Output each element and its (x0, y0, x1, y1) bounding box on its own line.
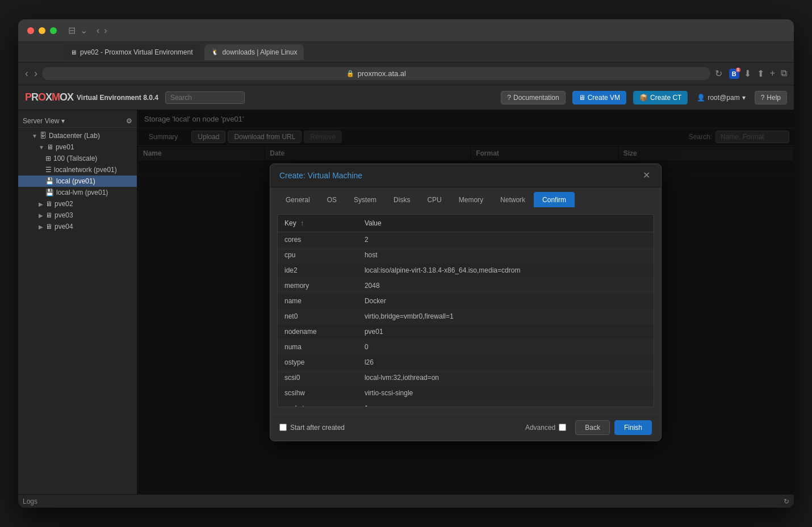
config-key-cell: ostype (278, 354, 358, 370)
chevron-down-icon[interactable]: ⌄ (80, 25, 87, 36)
share-icon[interactable]: ⬆ (757, 68, 764, 79)
server-icon: 🖥 (47, 143, 53, 151)
bitwarden-icon[interactable]: B 1 (729, 69, 739, 79)
tab-system[interactable]: System (345, 192, 385, 207)
server-icon: 🖥 (45, 200, 52, 208)
config-table-row[interactable]: scsi0local-lvm:32,iothread=on (278, 370, 654, 385)
config-value-cell: 2048 (358, 278, 654, 293)
config-table-row[interactable]: sockets1 (278, 400, 654, 407)
config-table-row[interactable]: nameDocker (278, 293, 654, 308)
config-table-row[interactable]: cpuhost (278, 247, 654, 262)
config-table-row[interactable]: ostypel26 (278, 354, 654, 370)
url-bar[interactable]: 🔒 proxmox.ata.al (42, 67, 710, 80)
sidebar-item-pve03-label: pve03 (55, 211, 73, 219)
tab-os[interactable]: OS (319, 192, 345, 207)
help-button[interactable]: ? Help (755, 91, 787, 104)
modal-body: Key ↑ Value (270, 207, 661, 414)
modal-close-button[interactable]: ✕ (641, 170, 652, 181)
start-after-created-checkbox[interactable]: Start after created (279, 424, 345, 432)
help-icon: ? (761, 94, 765, 102)
title-bar: ⊟ ⌄ ‹ › (18, 19, 794, 42)
window-chrome: ⊟ ⌄ ‹ › 🖥 pve02 - Proxmox Virtual Enviro… (18, 19, 794, 508)
start-checkbox-label: Start after created (290, 424, 345, 432)
lvm-storage-icon: 💾 (45, 189, 54, 196)
sidebar-item-pve03[interactable]: ▶ 🖥 pve03 (18, 210, 137, 221)
proxmox-version: Virtual Environment 8.0.4 (77, 94, 158, 102)
back-icon[interactable]: ‹ (97, 26, 99, 36)
tab-network-label: Network (500, 196, 525, 204)
col-key[interactable]: Key ↑ (278, 215, 358, 232)
sidebar-toggle-icon[interactable]: ⊟ (68, 25, 76, 36)
create-vm-button[interactable]: 🖥 Create VM (572, 91, 626, 104)
user-menu[interactable]: 👤 root@pam ▾ (697, 94, 745, 102)
create-vm-modal: Create: Virtual Machine ✕ General OS (270, 164, 662, 441)
back-nav-icon[interactable]: ‹ (25, 68, 28, 80)
create-vm-icon: 🖥 (579, 94, 585, 102)
tab-system-label: System (354, 196, 376, 204)
global-search-input[interactable] (165, 91, 245, 104)
reload-icon[interactable]: ↻ (715, 68, 722, 79)
col-value[interactable]: Value (358, 215, 654, 232)
proxmox-tab-icon: 🖥 (70, 49, 77, 56)
sidebar-toolbar: Server View ▾ ⚙ (18, 115, 137, 128)
browser-tab-alpine[interactable]: 🐧 downloads | Alpine Linux (204, 44, 304, 60)
back-button[interactable]: Back (575, 420, 610, 435)
sidebar-dropdown-icon[interactable]: ▾ (61, 117, 65, 125)
tab-disks[interactable]: Disks (385, 192, 418, 207)
tab-cpu[interactable]: CPU (418, 192, 450, 207)
tab-general[interactable]: General (277, 192, 319, 207)
server-icon: 🖥 (45, 211, 52, 219)
tabs-icon[interactable]: ⧉ (781, 68, 787, 79)
tab-confirm[interactable]: Confirm (534, 192, 575, 207)
proxmox-app: PROXMOX Virtual Environment 8.0.4 ? Docu… (18, 85, 794, 508)
download-icon[interactable]: ⬇ (744, 68, 751, 79)
tab-cpu-label: CPU (427, 196, 441, 204)
logo-ox: OX (60, 91, 73, 103)
sidebar-item-pve01[interactable]: ▼ 🖥 pve01 (18, 141, 137, 153)
advanced-checkbox[interactable] (559, 424, 566, 431)
config-table-row[interactable]: memory2048 (278, 278, 654, 293)
minimize-button[interactable] (39, 27, 45, 34)
config-value-cell: local:iso/alpine-virt-3.18.4-x86_64.iso,… (358, 262, 654, 278)
maximize-button[interactable] (50, 27, 57, 34)
config-value-cell: 0 (358, 339, 654, 354)
modal-title-main: Virtual Machine (308, 171, 362, 180)
tab-memory[interactable]: Memory (450, 192, 492, 207)
browser-tab-proxmox[interactable]: 🖥 pve02 - Proxmox Virtual Environment (64, 44, 200, 60)
tab-network[interactable]: Network (492, 192, 534, 207)
sidebar-item-tailscale[interactable]: ⊞ 100 (Tailscale) (18, 153, 137, 164)
forward-nav-icon[interactable]: › (34, 68, 37, 80)
start-checkbox-input[interactable] (279, 424, 287, 431)
sidebar: Server View ▾ ⚙ ▼ 🗄 Datacenter (Lab) ▼ 🖥… (18, 110, 137, 494)
modal-header: Create: Virtual Machine ✕ (270, 164, 661, 187)
config-table-row[interactable]: scsihwvirtio-scsi-single (278, 385, 654, 400)
modal-tabs: General OS System Disks (270, 187, 661, 207)
sidebar-item-pve02[interactable]: ▶ 🖥 pve02 (18, 198, 137, 210)
sidebar-item-pve04-label: pve04 (55, 223, 73, 231)
omnibar-right-icons: ↻ (715, 68, 722, 79)
window-controls: ⊟ ⌄ (68, 25, 87, 36)
modal-footer: Start after created Advanced Back (270, 414, 661, 441)
sidebar-gear-icon[interactable]: ⚙ (126, 117, 132, 125)
forward-icon[interactable]: › (104, 26, 107, 36)
sidebar-item-local[interactable]: 💾 local (pve01) (18, 175, 137, 187)
documentation-button[interactable]: ? Documentation (501, 91, 565, 104)
create-ct-button[interactable]: 📦 Create CT (633, 91, 688, 104)
config-table-row[interactable]: numa0 (278, 339, 654, 354)
sidebar-item-datacenter[interactable]: ▼ 🗄 Datacenter (Lab) (18, 130, 137, 141)
user-icon: 👤 (697, 94, 705, 102)
sidebar-item-local-lvm[interactable]: 💾 local-lvm (pve01) (18, 187, 137, 198)
config-table-row[interactable]: ide2local:iso/alpine-virt-3.18.4-x86_64.… (278, 262, 654, 278)
config-table-row[interactable]: net0virtio,bridge=vmbr0,firewall=1 (278, 308, 654, 324)
vm-icon: ⊞ (45, 154, 51, 162)
sidebar-item-pve04[interactable]: ▶ 🖥 pve04 (18, 221, 137, 232)
sidebar-item-localnetwork[interactable]: ☰ localnetwork (pve01) (18, 164, 137, 175)
config-table-row[interactable]: cores2 (278, 232, 654, 247)
expand-icon: ▶ (39, 224, 43, 230)
close-button[interactable] (27, 27, 34, 34)
config-table-row[interactable]: nodenamepve01 (278, 324, 654, 339)
logs-icon[interactable]: ↻ (784, 497, 789, 505)
finish-button[interactable]: Finish (614, 420, 652, 435)
new-tab-icon[interactable]: + (770, 68, 775, 79)
lock-icon: 🔒 (346, 70, 354, 77)
